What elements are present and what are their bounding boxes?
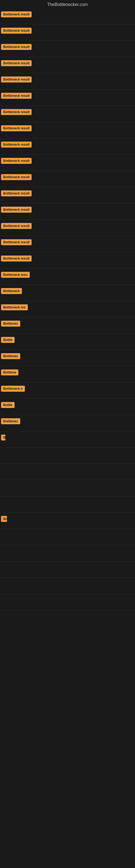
site-title: TheBottlenecker.com — [0, 0, 135, 8]
bottleneck-row — [0, 594, 135, 610]
bottleneck-row — [0, 480, 135, 496]
bottleneck-row — [0, 578, 135, 594]
bottleneck-badge[interactable]: Bottlenec — [1, 418, 20, 424]
bottleneck-row: Bottleneck result — [0, 187, 135, 204]
bottleneck-badge[interactable]: Bottle — [1, 402, 14, 408]
bottleneck-row: Bottleneck — [0, 285, 135, 301]
bottleneck-badge[interactable]: Bottleneck result — [1, 255, 32, 261]
bottleneck-badge[interactable]: Bottleneck res — [1, 304, 28, 310]
bottleneck-row: Bottleneck result — [0, 138, 135, 155]
bottleneck-row: Bottleneck result — [0, 236, 135, 252]
bottleneck-row: Bo — [0, 513, 135, 529]
bottleneck-badge[interactable]: Bottle — [1, 337, 14, 343]
bottleneck-row: Bottleneck result — [0, 8, 135, 24]
bottleneck-row: Bottlenec — [0, 350, 135, 366]
bottleneck-row: Bottleneck result — [0, 220, 135, 236]
bottleneck-badge[interactable]: Bottleneck resu — [1, 272, 30, 278]
bottleneck-row: Bottleneck result — [0, 252, 135, 269]
bottleneck-badge[interactable]: Bottleneck result — [1, 93, 32, 99]
bottleneck-row — [0, 529, 135, 545]
bottleneck-row: Bottleneck resu — [0, 269, 135, 285]
bottleneck-badge[interactable]: Bottleneck result — [1, 60, 32, 66]
bottleneck-badge[interactable]: Bottleneck result — [1, 239, 32, 245]
bottleneck-badge[interactable]: Bottleneck — [1, 288, 22, 294]
bottleneck-badge[interactable]: Bottleneck result — [1, 44, 32, 50]
bottleneck-row: Bottleneck result — [0, 204, 135, 220]
bottleneck-badge[interactable]: Bottleneck result — [1, 158, 32, 164]
bottleneck-row: Bottlenec — [0, 317, 135, 334]
bottleneck-badge[interactable]: Bottlenec — [1, 321, 20, 327]
bottleneck-badge[interactable]: Bottleneck result — [1, 190, 32, 196]
bottleneck-row: Bottlene — [0, 366, 135, 382]
bottleneck-row — [0, 561, 135, 578]
site-title-container: TheBottlenecker.com — [0, 0, 135, 8]
bottleneck-row: Bottleneck result — [0, 24, 135, 41]
bottleneck-row — [0, 496, 135, 513]
bottleneck-row: Bottleneck res — [0, 301, 135, 317]
bottleneck-badge[interactable]: Bottleneck result — [1, 11, 32, 18]
bottleneck-row: Bottleneck result — [0, 57, 135, 73]
bottleneck-badge[interactable]: B — [1, 435, 5, 440]
bottleneck-row: Bottle — [0, 399, 135, 415]
bottleneck-row: Bottleneck result — [0, 155, 135, 171]
bottleneck-badge[interactable]: Bottleneck result — [1, 223, 32, 229]
bottleneck-row: Bottlenec — [0, 415, 135, 431]
bottleneck-badge[interactable]: Bottleneck result — [1, 76, 32, 83]
bottleneck-row: Bottleneck result — [0, 106, 135, 122]
bottleneck-badge[interactable]: Bottleneck n — [1, 386, 25, 392]
bottleneck-row — [0, 447, 135, 464]
bottleneck-badge[interactable]: Bottlenec — [1, 353, 20, 359]
bottleneck-badge[interactable]: Bo — [1, 516, 7, 522]
items-container: Bottleneck resultBottleneck resultBottle… — [0, 8, 135, 610]
bottleneck-badge[interactable]: Bottleneck result — [1, 109, 32, 115]
bottleneck-row: Bottleneck result — [0, 41, 135, 57]
bottleneck-row — [0, 464, 135, 480]
bottleneck-row: Bottleneck n — [0, 382, 135, 399]
bottleneck-row: Bottleneck result — [0, 90, 135, 106]
bottleneck-badge[interactable]: Bottleneck result — [1, 174, 32, 180]
bottleneck-row: Bottleneck result — [0, 73, 135, 90]
bottleneck-badge[interactable]: Bottleneck result — [1, 207, 32, 213]
bottleneck-row — [0, 545, 135, 561]
bottleneck-row: Bottleneck result — [0, 171, 135, 187]
bottleneck-badge[interactable]: Bottleneck result — [1, 142, 32, 148]
bottleneck-badge[interactable]: Bottleneck result — [1, 125, 32, 131]
bottleneck-row: Bottleneck result — [0, 122, 135, 138]
bottleneck-badge[interactable]: Bottlene — [1, 369, 18, 375]
bottleneck-row: B — [0, 431, 135, 447]
bottleneck-row: Bottle — [0, 334, 135, 350]
bottleneck-badge[interactable]: Bottleneck result — [1, 28, 32, 34]
